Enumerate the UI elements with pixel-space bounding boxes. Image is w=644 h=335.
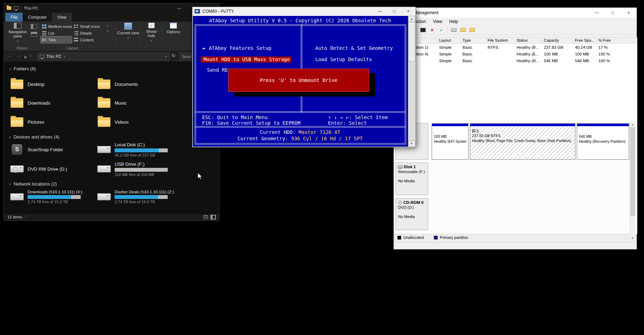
partition-c-selected[interactable]: (C:) 237.83 GB NTFS Healthy (Boot, Page … [470, 123, 575, 160]
scansnap-icon [12, 144, 22, 155]
details-pane-icon[interactable] [31, 32, 37, 37]
col-pct-free[interactable]: % Free [597, 38, 621, 43]
cdrom-0-label[interactable]: CD-ROM 0 DVD (D:) No Media [396, 198, 428, 230]
details-view-toggle-icon[interactable] [203, 215, 208, 219]
collapse-chevron-icon[interactable]: ∨ [9, 135, 11, 139]
tile-videos[interactable]: Videos [97, 114, 180, 130]
tile-music[interactable]: Music [97, 95, 180, 111]
scroll-up-icon[interactable]: ▲ [630, 122, 636, 127]
tile-scansnap[interactable]: ScanSnap Folder [10, 142, 93, 157]
dvd-drive-icon [10, 165, 24, 172]
col-file-system[interactable]: File System [486, 38, 515, 43]
tab-view[interactable]: View [52, 13, 72, 22]
menu-view[interactable]: View [430, 18, 446, 25]
section-network[interactable]: ∨ Network locations (2) [9, 181, 57, 187]
tile-network-x[interactable]: Downloads (\\10.1.10.111) (X:) 2.74 TB f… [10, 189, 93, 205]
address-dropdown-icon[interactable]: ∨ [165, 55, 167, 58]
minimize-button[interactable]: — [373, 7, 387, 16]
breadcrumb-chevron-icon[interactable]: › [64, 54, 65, 59]
volume-row[interactable]: (Disk 0 partition 1) Simple Basic NTFS H… [394, 44, 637, 51]
tile-pictures[interactable]: Pictures [10, 114, 93, 130]
tab-file[interactable]: File [5, 13, 23, 22]
col-layout[interactable]: Layout [438, 38, 461, 43]
menu-item-mount-hdd-selected[interactable]: Mount HDD to USB Mass Storage [201, 57, 291, 63]
tile-dvd-drive[interactable]: DVD RW Drive (D:) [10, 161, 93, 177]
delete-icon[interactable]: × [429, 27, 435, 33]
scrollbar-thumb[interactable] [630, 127, 635, 216]
maximize-button[interactable]: □ [605, 8, 621, 18]
tile-usb-drive[interactable]: USB Drive (F:) 118 MB free of 118 MB [97, 161, 180, 177]
current-hdd-line: Current HDD: Maxtor 7120 AT [194, 130, 406, 135]
navigation-pane-button[interactable]: Navigation pane ∨ [6, 23, 29, 43]
col-free-space[interactable]: Free Spa... [574, 38, 597, 43]
layout-content[interactable]: Content [73, 36, 104, 43]
terminal[interactable]: ATAboy Setup Utility V 0.5 - Copyright (… [193, 16, 415, 147]
vertical-scrollbar[interactable]: ▲ ▼ [629, 122, 636, 241]
partition-efi[interactable]: 100 MB Healthy (EFI System Partition) [432, 123, 468, 160]
putty-titlebar[interactable]: COM60 - PuTTY — □ × [192, 7, 415, 16]
forward-icon[interactable]: → [16, 53, 21, 58]
tile-desktop[interactable]: Desktop [10, 76, 93, 92]
tab-computer[interactable]: Computer [23, 13, 52, 22]
menu-item-send[interactable]: Send RE [207, 67, 228, 73]
terminal-scrollbar[interactable]: ▲ ▼ [408, 16, 415, 147]
section-folders[interactable]: ∨ Folders (6) [9, 66, 36, 71]
legend-unallocated: Unallocated [397, 235, 424, 240]
menu-help[interactable]: Help [446, 18, 462, 25]
preview-pane-icon[interactable] [31, 24, 37, 29]
layout-list[interactable]: List [41, 30, 72, 36]
tile-downloads[interactable]: Downloads [10, 95, 93, 111]
show-hide-button[interactable]: Show/ hide ∨ [142, 23, 161, 43]
address-box[interactable]: This PC › ∨ [37, 53, 169, 60]
partition-recovery[interactable]: 546 MB Healthy (Recovery Partition) [577, 123, 629, 160]
large-icons-view-toggle-icon[interactable] [211, 215, 215, 219]
scroll-down-icon[interactable]: ▼ [408, 141, 415, 147]
disk-management-titlebar[interactable]: Disk Management — □ × [394, 8, 637, 18]
capacity-bar [115, 168, 168, 172]
back-icon[interactable]: ← [7, 53, 12, 58]
recent-locations-icon[interactable]: ∨ [24, 54, 27, 60]
scrollbar-thumb[interactable] [408, 22, 415, 61]
layout-tiles-selected[interactable]: Tiles [41, 36, 72, 43]
collapse-chevron-icon[interactable]: ∨ [9, 67, 11, 71]
current-view-button[interactable]: Current view ∨ [117, 23, 139, 40]
disk-1-label[interactable]: Disk 1 Removable (F:) No Media [396, 163, 428, 195]
item-count: 12 items [7, 215, 22, 219]
scroll-up-icon[interactable]: ▲ [408, 16, 415, 22]
drive-tool-icon[interactable] [450, 27, 457, 33]
layout-details[interactable]: Details [73, 30, 104, 36]
maximize-button[interactable]: □ [387, 7, 401, 16]
check-icon[interactable]: ✓ [438, 27, 444, 33]
options-button[interactable]: Options [164, 23, 183, 34]
console-icon[interactable] [420, 27, 426, 33]
close-button[interactable]: × [621, 8, 637, 18]
menu-item-auto-detect[interactable]: Auto Detect & Set Geometry [315, 46, 393, 51]
tile-local-disk-c[interactable]: Local Disk (C:) 40.2 GB free of 237 GB [97, 142, 180, 157]
up-icon[interactable]: ↑ [29, 53, 32, 58]
gallery-up-icon[interactable]: ▲ [107, 25, 109, 27]
volume-row[interactable]: (Disk 0 partition 4) Simple Basic Health… [394, 51, 637, 57]
close-button[interactable]: × [401, 7, 415, 16]
tile-documents[interactable]: Documents [97, 76, 180, 92]
col-status[interactable]: Status [515, 38, 542, 43]
gallery-down-icon[interactable]: ▼ [107, 30, 109, 32]
volume-row[interactable]: Simple Basic Healthy (R... 546 MB 546 MB… [394, 57, 637, 64]
collapse-chevron-icon[interactable]: ∨ [9, 182, 11, 186]
section-devices[interactable]: ∨ Devices and drives (4) [9, 134, 59, 140]
col-capacity[interactable]: Capacity [542, 38, 574, 43]
folder-properties-icon[interactable] [469, 27, 475, 33]
tile-network-z[interactable]: Dasher Deals (\\10.1.10.111) (Z:) 2.74 T… [97, 189, 180, 205]
folder-tool-icon[interactable] [460, 27, 466, 33]
quick-access-computer-icon[interactable] [14, 6, 18, 10]
explorer-titlebar[interactable]: This PC — □ × [4, 4, 219, 13]
breadcrumb[interactable]: This PC [46, 54, 62, 59]
layout-medium-icons[interactable]: Medium icons [41, 23, 72, 30]
col-type[interactable]: Type [461, 38, 486, 43]
menu-item-features[interactable]: ► ATAboy Features Setup [203, 46, 271, 51]
scroll-down-icon[interactable]: ▼ [630, 235, 636, 241]
layout-small-icons[interactable]: Small icons [73, 23, 104, 30]
minimize-button[interactable]: — [171, 4, 187, 13]
minimize-button[interactable]: — [589, 8, 605, 18]
menu-item-load-defaults[interactable]: Load Setup Defaults [315, 57, 372, 62]
refresh-icon[interactable]: ↻ [172, 53, 176, 58]
